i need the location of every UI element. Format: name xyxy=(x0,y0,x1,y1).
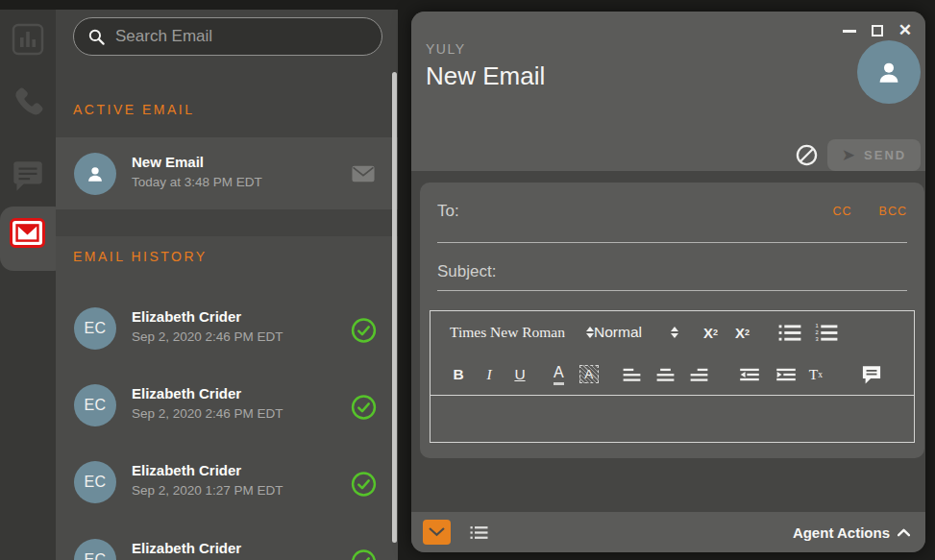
email-history-section-title: EMAIL HISTORY xyxy=(73,249,208,264)
search-icon xyxy=(87,28,106,46)
search-bar[interactable] xyxy=(73,17,382,56)
paragraph-style-value: Normal xyxy=(594,324,642,341)
bold-button[interactable]: B xyxy=(450,366,467,383)
chevron-up-icon xyxy=(898,528,910,537)
window-footer: Agent Actions xyxy=(411,512,925,552)
paragraph-style-select[interactable]: Normal xyxy=(594,324,678,341)
phone-icon xyxy=(10,85,46,125)
subject-label: Subject: xyxy=(437,262,496,281)
subscript-label: X xyxy=(735,325,745,341)
close-icon: ✕ xyxy=(898,23,912,38)
email-envelope-icon xyxy=(10,218,45,248)
history-list-item[interactable]: EC Elizabeth Crider xyxy=(56,523,398,560)
recipient-avatar xyxy=(857,40,921,104)
subscript-button[interactable]: X2 xyxy=(735,325,750,341)
contact-name: Elizabeth Crider xyxy=(132,538,241,559)
subscript-mark: 2 xyxy=(745,328,750,337)
agent-actions-button[interactable]: Agent Actions xyxy=(793,524,910,541)
email-timestamp: Sep 2, 2020 2:46 PM EDT xyxy=(132,404,283,423)
app-name: YULY xyxy=(426,41,466,57)
indent-button[interactable] xyxy=(775,367,798,382)
superscript-label: X xyxy=(703,325,713,341)
avatar xyxy=(74,153,116,195)
align-right-button[interactable] xyxy=(689,367,709,382)
bar-chart-icon xyxy=(12,23,44,60)
align-left-icon xyxy=(622,367,642,382)
history-list-item[interactable]: EC Elizabeth Crider Sep 2, 2020 2:46 PM … xyxy=(56,292,398,369)
align-center-icon xyxy=(655,367,676,382)
editor-toolbar: Times New Roman Normal X2 X2 xyxy=(431,311,914,396)
comment-button[interactable] xyxy=(861,365,882,384)
avatar: EC xyxy=(74,307,116,350)
person-icon xyxy=(85,163,106,184)
align-left-button[interactable] xyxy=(622,367,642,382)
email-timestamp: Sep 2, 2020 1:27 PM EDT xyxy=(132,481,283,499)
agent-actions-label: Agent Actions xyxy=(793,524,890,541)
cc-button[interactable]: CC xyxy=(833,205,852,218)
email-body-input[interactable] xyxy=(431,396,914,441)
align-right-icon xyxy=(689,367,709,382)
minimize-button[interactable] xyxy=(843,30,856,33)
updown-arrows-icon xyxy=(671,327,678,338)
svg-text:2: 2 xyxy=(816,329,819,335)
to-field[interactable]: To: CC BCC xyxy=(437,192,907,243)
chat-bubble-icon xyxy=(10,157,46,199)
paper-plane-icon: ➤ xyxy=(842,147,855,163)
text-color-button[interactable]: A xyxy=(554,364,564,385)
email-channel-button[interactable] xyxy=(423,520,451,545)
bcc-button[interactable]: BCC xyxy=(879,205,907,218)
avatar-initials: EC xyxy=(84,397,106,414)
avatar: EC xyxy=(74,384,116,426)
sidebar-item-reports[interactable] xyxy=(0,23,56,60)
align-center-button[interactable] xyxy=(655,367,676,382)
window-header: YULY New Email ✕ ➤ SEND xyxy=(411,12,925,171)
contact-name: Elizabeth Crider xyxy=(132,306,283,328)
send-button[interactable]: ➤ SEND xyxy=(827,139,921,171)
sidebar-item-chats[interactable] xyxy=(0,157,56,199)
active-email-title: New Email xyxy=(132,152,262,173)
history-list-item[interactable]: EC Elizabeth Crider Sep 2, 2020 1:27 PM … xyxy=(56,446,398,523)
superscript-mark: 2 xyxy=(713,328,718,337)
outdent-button[interactable] xyxy=(738,367,761,382)
compose-window: YULY New Email ✕ ➤ SEND To: CC xyxy=(411,12,925,552)
maximize-button[interactable] xyxy=(872,25,883,37)
avatar-initials: EC xyxy=(84,474,106,491)
superscript-button[interactable]: X2 xyxy=(703,325,718,341)
envelope-status-icon xyxy=(350,163,377,184)
list-view-button[interactable] xyxy=(470,525,488,540)
indent-icon xyxy=(775,367,798,382)
send-button-label: SEND xyxy=(864,148,906,162)
sidebar-item-calls[interactable] xyxy=(0,85,56,125)
search-input[interactable] xyxy=(115,27,356,46)
clear-formatting-button[interactable]: Tx xyxy=(809,366,823,383)
close-button[interactable]: ✕ xyxy=(898,23,912,38)
contact-name: Elizabeth Crider xyxy=(132,460,283,481)
active-email-timestamp: Today at 3:48 PM EDT xyxy=(132,173,262,191)
highlight-color-button[interactable]: A xyxy=(579,365,599,383)
font-family-select[interactable]: Times New Roman xyxy=(450,324,594,341)
blocked-icon[interactable] xyxy=(796,144,818,166)
window-title: New Email xyxy=(426,61,545,91)
outdent-icon xyxy=(738,367,761,382)
person-icon xyxy=(874,58,903,86)
subject-field[interactable]: Subject: xyxy=(437,258,907,291)
history-list-item[interactable]: EC Elizabeth Crider Sep 2, 2020 2:46 PM … xyxy=(56,369,398,446)
envelope-flap-icon xyxy=(428,525,446,539)
italic-button[interactable]: I xyxy=(480,366,498,383)
numbered-list-button[interactable]: 123 xyxy=(815,324,838,342)
svg-text:3: 3 xyxy=(816,335,819,341)
to-label: To: xyxy=(437,202,459,221)
panel-scrollbar[interactable] xyxy=(392,72,397,543)
check-circle-icon xyxy=(351,472,377,498)
font-family-value: Times New Roman xyxy=(450,324,565,341)
updown-arrows-icon xyxy=(586,327,594,338)
bullet-list-button[interactable] xyxy=(778,324,801,342)
rich-text-editor: Times New Roman Normal X2 X2 xyxy=(430,310,915,443)
email-list-panel: ACTIVE EMAIL New Email Today at 3:48 PM … xyxy=(56,10,398,560)
compose-form: To: CC BCC Subject: Times New Roman Norm… xyxy=(420,183,924,458)
svg-text:1: 1 xyxy=(816,324,819,329)
check-circle-icon xyxy=(351,549,377,560)
active-email-section-title: ACTIVE EMAIL xyxy=(73,102,194,117)
active-email-list-item[interactable]: New Email Today at 3:48 PM EDT xyxy=(56,137,398,209)
underline-button[interactable]: U xyxy=(511,366,529,383)
